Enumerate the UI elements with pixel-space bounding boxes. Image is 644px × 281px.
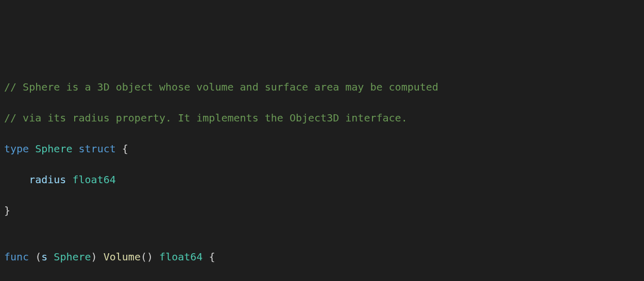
paren: ( (29, 251, 41, 263)
keyword-func: func (4, 251, 29, 263)
func-name: Volume (104, 251, 141, 263)
brace: { (116, 143, 128, 155)
code-line: type Sphere struct { (4, 141, 640, 156)
keyword-type: type (4, 143, 29, 155)
receiver-var: s (41, 251, 47, 263)
keyword-struct: struct (79, 143, 116, 155)
code-line: // Sphere is a 3D object whose volume an… (4, 79, 640, 95)
brace: } (4, 204, 10, 217)
code-line: } (4, 203, 640, 218)
code-line: radius float64 (4, 172, 640, 187)
type-name: Sphere (35, 143, 72, 155)
return-type: float64 (153, 251, 202, 263)
comment: // Sphere is a 3D object whose volume an… (4, 81, 438, 93)
field-name: radius (4, 173, 66, 186)
code-line: func (s Sphere) Volume() float64 { (4, 249, 640, 265)
brace: { (202, 251, 215, 263)
parens: () (141, 251, 153, 263)
code-block: // Sphere is a 3D object whose volume an… (4, 64, 640, 281)
code-line: // via its radius property. It implement… (4, 110, 640, 126)
comment: // via its radius property. It implement… (4, 112, 408, 124)
paren: ) (91, 251, 104, 263)
receiver-type: Sphere (54, 251, 91, 263)
type-name: float64 (72, 173, 115, 186)
